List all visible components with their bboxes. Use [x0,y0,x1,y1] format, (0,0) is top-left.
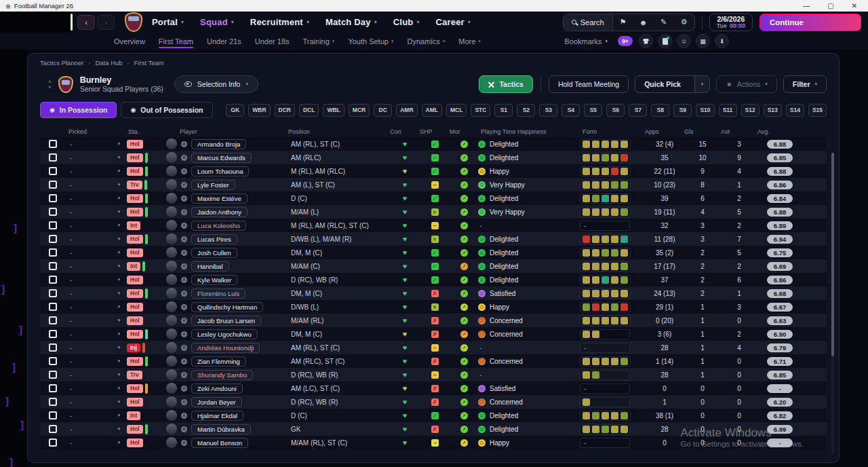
picked-dropdown[interactable]: -▾ [66,178,125,191]
row-checkbox[interactable] [49,371,57,379]
role-chip-s7[interactable]: S7 [629,104,647,117]
table-row[interactable]: -▾ Hol AMartin Dúbravka GK ♥ ✗ ↗ ☺Deligh… [40,422,827,436]
row-checkbox[interactable] [49,208,57,216]
subnav-dynamics[interactable]: Dynamics▾ [407,35,445,48]
tactics-button[interactable]: Tactics [479,75,532,93]
role-chip-dcl[interactable]: DCL [299,104,319,117]
picked-dropdown[interactable]: -▾ [66,205,125,219]
table-row[interactable]: -▾ Int AHjalmar Ekdal D (C) ♥ ✓ ↗ ☺Delig… [40,409,827,422]
role-chip-dc[interactable]: DC [374,104,392,117]
picked-dropdown[interactable]: -▾ [66,300,125,314]
player-name[interactable]: Jaidon Anthony [191,207,248,217]
role-chip-s9[interactable]: S9 [673,104,692,117]
picked-dropdown[interactable]: -▾ [66,409,125,422]
continue-button[interactable]: Continue [760,14,861,31]
role-chip-s1[interactable]: S1 [494,104,513,117]
bookmarks-dropdown[interactable]: Bookmarks▾ [564,37,608,45]
search-button[interactable]: Search [564,14,613,31]
column-header-mor[interactable]: Mor [450,125,478,138]
player-name[interactable]: Jordan Beyer [191,397,242,407]
player-name[interactable]: Lesley Ugochukwu [191,329,258,339]
role-chip-s8[interactable]: S8 [651,104,669,117]
table-row[interactable]: -▾ Hol AJacob Bruun Larsen M/AM (RL) ♥ ✗… [40,314,827,327]
picked-dropdown[interactable]: -▾ [66,354,125,368]
menu-match-day[interactable]: Match Day▾ [326,17,377,27]
role-chip-s3[interactable]: S3 [539,104,557,117]
row-checkbox[interactable] [49,316,57,324]
tab-out-of-possession[interactable]: ◉Out of Possession [121,102,212,118]
row-checkbox[interactable] [49,343,57,352]
kit-shirt-icon[interactable] [639,34,653,48]
breadcrumb-item[interactable]: Tactics Planner [40,59,83,67]
picked-dropdown[interactable]: -▾ [66,327,125,341]
table-row[interactable]: -▾ Inj AAndréas Hountondji AM (RL), ST (… [40,341,827,354]
row-checkbox[interactable] [49,398,57,406]
column-header-player[interactable]: Player [159,128,288,135]
row-checkbox[interactable] [49,425,57,433]
picked-dropdown[interactable]: -▾ [66,151,125,164]
picked-dropdown[interactable]: -▾ [66,232,125,246]
table-row[interactable]: -▾ Trv ALyle Foster AM (L), ST (C) ♥ − ↗… [40,178,827,191]
picked-dropdown[interactable]: -▾ [66,341,125,354]
table-row[interactable]: -▾ Hol AZian Flemming AM (RLC), ST (C) ♥… [40,354,827,368]
player-name[interactable]: Lyle Foster [191,180,235,190]
picked-dropdown[interactable]: -▾ [66,381,125,395]
breadcrumb-item[interactable]: First Team [134,59,164,67]
picked-dropdown[interactable]: -▾ [66,422,125,436]
row-checkbox[interactable] [49,289,57,297]
row-checkbox[interactable] [49,167,57,175]
player-name[interactable]: Zeki Amdouni [191,384,243,394]
role-chip-s14[interactable]: S14 [786,104,804,117]
subnav-overview[interactable]: Overview [114,35,145,48]
subnav-under-18s[interactable]: Under 18s [255,35,290,48]
role-chip-wbr[interactable]: WBR [248,104,270,117]
player-name[interactable]: Lucas Pires [191,234,237,244]
table-row[interactable]: -▾ Int ALuca Koleosho M (RL), AM (RLC), … [40,219,827,232]
subnav-first-team[interactable]: First Team [159,35,193,48]
table-row[interactable]: -▾ Hol AMaxime Estève D (C) ♥ ✓ ↗ ☺Delig… [40,191,827,205]
edit-icon[interactable]: ✎ [654,18,674,26]
role-chip-s10[interactable]: S10 [696,104,714,117]
player-name[interactable]: Maxime Estève [191,193,248,204]
row-checkbox[interactable] [49,276,57,284]
column-header-gls[interactable]: Gls [684,125,721,138]
table-row[interactable]: -▾ Hol ALesley Ugochukwu DM, M (C) ♥ ✗ ↗… [40,327,827,341]
role-chip-gk[interactable]: GK [226,104,244,117]
player-name[interactable]: Hjalmar Ekdal [191,411,243,421]
row-checkbox[interactable] [49,181,57,189]
row-checkbox[interactable] [49,411,57,419]
role-chip-s5[interactable]: S5 [584,104,602,117]
table-row[interactable]: -▾ Hol AArmando Broja AM (RL), ST (C) ♥ … [40,137,827,151]
role-chip-stc[interactable]: STC [471,104,490,117]
role-chip-mcr[interactable]: MCR [349,104,370,117]
maximize-button[interactable]: ▢ [827,0,833,12]
subnav-youth-setup[interactable]: Youth Setup▾ [348,35,393,48]
calendar-icon[interactable]: ▦ [696,34,710,48]
row-checkbox[interactable] [49,235,57,243]
row-checkbox[interactable] [49,303,57,311]
role-chip-wbl[interactable]: WBL [323,104,344,117]
row-checkbox[interactable] [49,262,57,270]
column-header-playing-time-happiness[interactable]: Playing Time Happiness [478,128,580,135]
player-name[interactable]: Andréas Hountondji [191,343,260,353]
settings-gear-icon[interactable]: ⚙ [674,18,694,26]
menu-squad[interactable]: Squad▾ [200,17,234,27]
picked-dropdown[interactable]: -▾ [66,286,125,300]
role-chip-amr[interactable]: AMR [396,104,417,117]
column-header-apps[interactable]: Apps [645,125,684,138]
picked-dropdown[interactable]: -▾ [66,314,125,327]
picked-dropdown[interactable]: -▾ [66,191,125,205]
table-row[interactable]: -▾ Hol AMarcus Edwards AM (RLC) ♥ ✓ ↗ ☺D… [40,151,827,164]
role-chip-s15[interactable]: S15 [808,104,827,117]
row-checkbox[interactable] [49,248,57,257]
column-header-avg-[interactable]: Avg. [757,125,802,138]
table-row[interactable]: -▾ Hol AJosh Cullen DM, M (C) ♥ ✓ ↗ ☺Del… [40,246,827,259]
row-checkbox[interactable] [49,330,57,338]
player-name[interactable]: Zian Flemming [191,356,246,367]
table-row[interactable]: -▾ Hol AFlorentino Luis DM, M (C) ♥ ✗ ↗ … [40,286,827,300]
table-row[interactable]: -▾ Hol AQuilindschy Hartman D/WB (L) ♥ «… [40,300,827,314]
table-row[interactable]: -▾ Hol ALoum Tchaouna M (RL), AM (RLC) ♥… [40,164,827,178]
player-name[interactable]: Kyle Walker [191,275,237,285]
picked-dropdown[interactable]: -▾ [66,164,125,178]
table-row[interactable]: -▾ Hol AJaidon Anthony M/AM (L) ♥ « ↗ ☺V… [40,205,827,219]
